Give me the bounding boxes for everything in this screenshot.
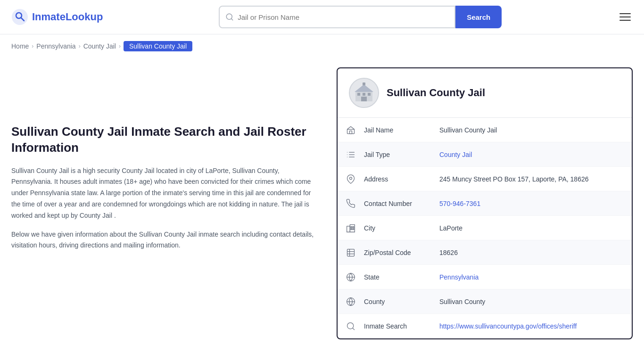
info-row-jail-type: Jail TypeCounty Jail — [338, 142, 632, 167]
location-icon — [338, 174, 364, 184]
info-card: Sullivan County Jail Jail NameSullivan C… — [337, 67, 633, 339]
svg-point-0 — [12, 9, 28, 25]
breadcrumb-type[interactable]: County Jail — [83, 42, 116, 50]
row-label-state: State — [364, 273, 439, 281]
sep-1: › — [32, 43, 33, 49]
zip-icon — [338, 248, 364, 257]
svg-rect-8 — [368, 93, 371, 96]
svg-rect-27 — [353, 228, 354, 230]
svg-rect-6 — [357, 93, 360, 96]
svg-rect-9 — [361, 97, 367, 101]
row-value-inmate-search: https://www.sullivancountypa.gov/offices… — [439, 317, 632, 336]
building-icon — [353, 82, 375, 104]
row-label-address: Address — [364, 175, 439, 183]
phone-icon — [338, 199, 364, 208]
logo[interactable]: InmateLookup — [11, 8, 103, 25]
row-label-jail-type: Jail Type — [364, 151, 439, 158]
header: InmateLookup Search — [0, 0, 644, 34]
info-row-city: CityLaPorte — [338, 216, 632, 240]
svg-line-4 — [231, 18, 233, 20]
menu-line-3 — [619, 20, 631, 21]
info-row-county: CountySullivan County — [338, 289, 632, 314]
page-title: Sullivan County Jail Inmate Search and J… — [11, 124, 318, 156]
county-icon — [338, 297, 364, 306]
sep-2: › — [79, 43, 81, 49]
card-header: Sullivan County Jail — [338, 68, 632, 118]
row-label-county: County — [364, 298, 439, 305]
search-wrapper — [219, 6, 455, 28]
description-1: Sullivan County Jail is a high security … — [11, 165, 318, 222]
row-value-county: Sullivan County — [439, 292, 632, 311]
description-2: Below we have given information about th… — [11, 229, 318, 252]
logo-text: InmateLookup — [32, 11, 103, 23]
left-panel: Sullivan County Jail Inmate Search and J… — [11, 67, 318, 339]
row-link-jail-type[interactable]: County Jail — [439, 151, 472, 158]
row-link-state[interactable]: Pennsylvania — [439, 273, 479, 281]
main-content: Sullivan County Jail Inmate Search and J… — [0, 58, 644, 358]
breadcrumb: Home › Pennsylvania › County Jail › Sull… — [0, 34, 644, 58]
menu-button[interactable] — [618, 11, 633, 23]
info-row-address: Address245 Muncy Street PO Box 157, Lapo… — [338, 167, 632, 191]
search-icon — [338, 321, 364, 331]
row-value-zip: 18626 — [439, 243, 632, 262]
row-value-city: LaPorte — [439, 219, 632, 238]
search-icon — [225, 13, 234, 21]
row-label-zip: Zip/Postal Code — [364, 249, 439, 256]
row-link-contact[interactable]: 570-946-7361 — [439, 200, 480, 207]
row-label-inmate-search: Inmate Search — [364, 322, 439, 330]
info-row-contact: Contact Number570-946-7361 — [338, 191, 632, 216]
breadcrumb-home[interactable]: Home — [11, 42, 29, 50]
svg-point-20 — [350, 177, 352, 179]
row-label-contact: Contact Number — [364, 200, 439, 207]
row-value-state: Pennsylvania — [439, 268, 632, 287]
svg-rect-12 — [347, 129, 355, 133]
city-icon — [338, 223, 364, 233]
row-label-city: City — [364, 224, 439, 232]
svg-rect-25 — [353, 226, 354, 228]
row-value-jail-type: County Jail — [439, 145, 632, 164]
svg-rect-7 — [363, 93, 365, 96]
info-row-jail-name: Jail NameSullivan County Jail — [338, 118, 632, 142]
search-button[interactable]: Search — [455, 6, 502, 28]
state-icon — [338, 272, 364, 282]
breadcrumb-current: Sullivan County Jail — [124, 41, 192, 51]
jail-icon — [338, 125, 364, 135]
type-icon — [338, 150, 364, 159]
search-input[interactable] — [234, 13, 449, 21]
breadcrumb-state[interactable]: Pennsylvania — [36, 42, 75, 50]
info-rows: Jail NameSullivan County JailJail TypeCo… — [338, 118, 632, 338]
row-link-inmate-search[interactable]: https://www.sullivancountypa.gov/offices… — [439, 322, 577, 330]
svg-marker-10 — [355, 84, 373, 92]
info-row-zip: Zip/Postal Code18626 — [338, 240, 632, 265]
card-title: Sullivan County Jail — [387, 87, 485, 99]
svg-rect-28 — [347, 249, 355, 256]
svg-rect-24 — [351, 226, 352, 228]
logo-icon — [11, 8, 28, 25]
row-value-jail-name: Sullivan County Jail — [439, 121, 632, 140]
search-area: Search — [219, 6, 502, 28]
row-value-address: 245 Muncy Street PO Box 157, Laporte, PA… — [439, 170, 632, 189]
svg-rect-21 — [347, 226, 350, 232]
svg-line-34 — [353, 328, 355, 330]
row-value-contact: 570-946-7361 — [439, 194, 632, 213]
menu-line-1 — [619, 13, 631, 14]
svg-rect-11 — [363, 82, 365, 85]
svg-rect-13 — [350, 131, 352, 133]
info-row-state: StatePennsylvania — [338, 265, 632, 289]
jail-avatar — [349, 78, 379, 108]
info-row-inmate-search: Inmate Searchhttps://www.sullivancountyp… — [338, 314, 632, 338]
menu-line-2 — [619, 16, 631, 17]
row-label-jail-name: Jail Name — [364, 126, 439, 134]
sep-3: › — [119, 43, 121, 49]
svg-rect-26 — [351, 228, 352, 230]
